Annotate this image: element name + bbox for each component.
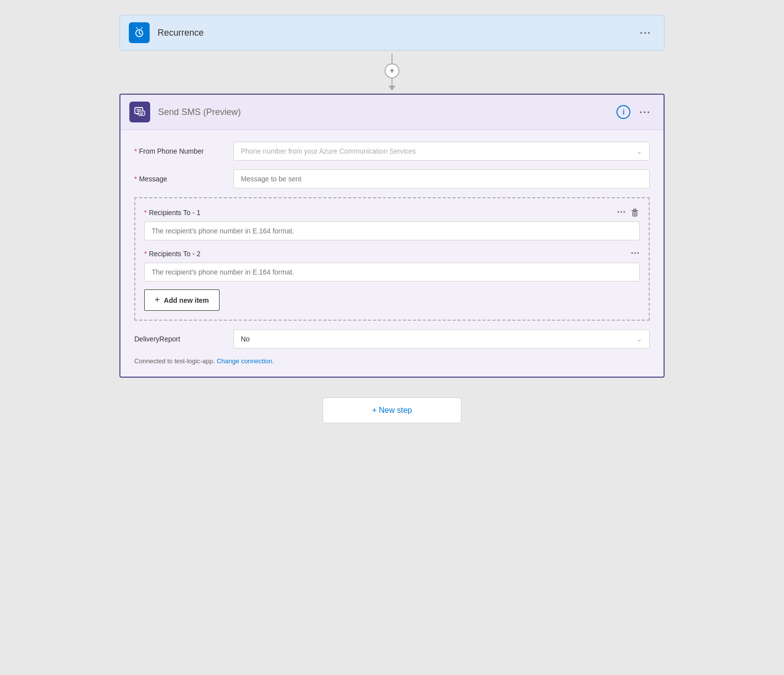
svg-line-2 xyxy=(139,33,141,34)
recipients-section: * Recipients To - 1 ··· xyxy=(134,197,650,321)
recipient-label-1: * Recipients To - 1 xyxy=(144,209,200,217)
alarm-icon xyxy=(133,27,145,39)
send-sms-title: Send SMS (Preview) xyxy=(158,107,616,117)
message-control xyxy=(233,169,650,188)
recipient-label-2: * Recipients To - 2 xyxy=(144,250,200,258)
add-step-circle-button[interactable]: + xyxy=(385,63,399,78)
from-phone-chevron-icon: ⌄ xyxy=(636,147,642,155)
from-phone-label: * From Phone Number xyxy=(134,147,233,155)
svg-line-4 xyxy=(141,28,143,29)
svg-rect-12 xyxy=(633,212,637,216)
connector-line-bottom xyxy=(392,78,392,86)
send-sms-card: Send SMS (Preview) i ··· * From Phone Nu… xyxy=(119,94,665,378)
recipient-item-2: * Recipients To - 2 ··· xyxy=(144,248,640,281)
sms-chat-icon xyxy=(134,106,146,118)
sms-body: * From Phone Number Phone number from yo… xyxy=(120,130,664,377)
recipient-2-more-button[interactable]: ··· xyxy=(631,248,640,259)
connector-arrow xyxy=(389,78,395,91)
from-phone-control: Phone number from your Azure Communicati… xyxy=(233,142,650,161)
recipient-item-1: * Recipients To - 1 ··· xyxy=(144,207,640,240)
sms-more-options-button[interactable]: ··· xyxy=(635,105,655,120)
recipient-2-actions: ··· xyxy=(631,248,640,259)
send-sms-icon xyxy=(129,102,150,122)
new-step-button[interactable]: + New step xyxy=(323,397,461,423)
add-plus-icon: + xyxy=(155,295,160,305)
recurrence-title: Recurrence xyxy=(158,28,636,38)
message-input[interactable] xyxy=(233,169,650,188)
recurrence-card: Recurrence ··· xyxy=(119,15,665,51)
new-step-container: + New step xyxy=(323,397,461,423)
step-connector: + xyxy=(385,51,399,94)
from-phone-dropdown[interactable]: Phone number from your Azure Communicati… xyxy=(233,142,650,161)
change-connection-link[interactable]: Change connection. xyxy=(217,357,274,365)
send-sms-header: Send SMS (Preview) i ··· xyxy=(120,95,664,130)
recipient-1-more-button[interactable]: ··· xyxy=(617,207,626,218)
delivery-report-dropdown[interactable]: No ⌄ xyxy=(233,330,650,348)
delivery-report-label: DeliveryReport xyxy=(134,335,233,343)
add-new-item-button[interactable]: + Add new item xyxy=(144,289,220,311)
recipient-1-input[interactable] xyxy=(144,222,640,240)
flow-container: Recurrence ··· + xyxy=(119,15,665,423)
recurrence-more-options-button[interactable]: ··· xyxy=(636,25,655,41)
from-phone-row: * From Phone Number Phone number from yo… xyxy=(134,142,650,161)
recipient-header-2: * Recipients To - 2 ··· xyxy=(144,248,640,259)
required-star-from: * xyxy=(134,147,137,155)
svg-marker-8 xyxy=(136,113,138,115)
delivery-report-control: No ⌄ xyxy=(233,330,650,348)
message-label: * Message xyxy=(134,175,233,183)
message-row: * Message xyxy=(134,169,650,188)
recipient-header-1: * Recipients To - 1 ··· xyxy=(144,207,640,218)
required-star-r2: * xyxy=(144,250,147,258)
recipient-2-input[interactable] xyxy=(144,263,640,281)
recipient-1-actions: ··· xyxy=(617,207,640,218)
recipient-1-delete-button[interactable] xyxy=(630,208,640,218)
delivery-report-row: DeliveryReport No ⌄ xyxy=(134,330,650,348)
connector-line-top xyxy=(392,54,392,63)
connection-info: Connected to test-logic-app. Change conn… xyxy=(134,357,650,365)
delivery-report-chevron-icon: ⌄ xyxy=(636,335,642,343)
svg-line-3 xyxy=(136,28,138,29)
sms-info-button[interactable]: i xyxy=(616,105,630,119)
sms-header-actions: i ··· xyxy=(616,105,655,120)
arrow-head xyxy=(389,86,395,91)
required-star-message: * xyxy=(134,175,137,183)
recurrence-icon xyxy=(129,22,150,43)
required-star-r1: * xyxy=(144,209,147,217)
trash-icon xyxy=(630,208,640,218)
